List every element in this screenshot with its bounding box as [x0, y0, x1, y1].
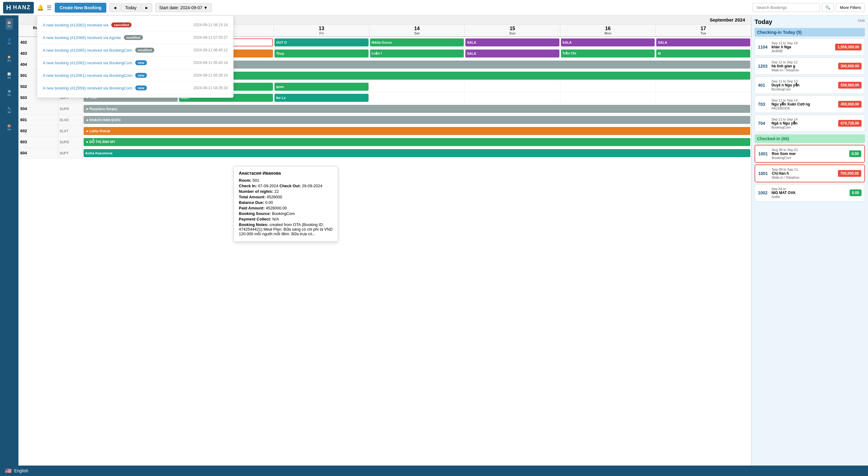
bell-icon[interactable]: 🔔 [37, 4, 44, 11]
booking-block[interactable]: quoc [275, 83, 369, 91]
sidebar-label: Re [7, 76, 11, 79]
booking-block[interactable]: ◄ Pasynkov Sergey [84, 105, 750, 113]
booking-block[interactable]: Aisha Kasumova [84, 149, 750, 157]
create-booking-button[interactable]: Create New Booking [55, 3, 106, 12]
booking-block[interactable]: OUT O [275, 38, 369, 47]
notif-item[interactable]: A new booking (#12062) received via Book… [37, 57, 233, 69]
cal-cell[interactable]: ◄ ĐỖ THỊ ÁNH MY [83, 137, 751, 147]
room-type: SUPD [58, 137, 83, 147]
cal-cell[interactable] [560, 81, 656, 92]
cal-cell[interactable]: SALA [465, 48, 560, 59]
checked-card[interactable]: 1001 Aug 30 to Sep 01 Ron Som mer Bookin… [754, 145, 865, 163]
tooltip-source: Booking Source: BookingCom [239, 211, 333, 216]
sidebar-label: Ex [8, 93, 11, 96]
cal-cell[interactable] [656, 92, 751, 103]
cal-cell[interactable]: Trần Chi [560, 48, 656, 59]
booking-block[interactable]: Trần Chi [561, 50, 655, 58]
cal-cell[interactable] [465, 92, 560, 103]
notif-link[interactable]: A new booking (#12062) received via [43, 23, 108, 27]
booking-block[interactable]: SALA [465, 38, 559, 47]
cal-cell[interactable]: Thuy [274, 48, 369, 59]
panel-hide[interactable]: hide [858, 19, 865, 23]
notif-item[interactable]: A new booking (#12061) received via Book… [37, 69, 233, 82]
booking-block[interactable]: SALA [561, 38, 655, 47]
user-icon: 👤 [8, 38, 11, 41]
day-number: 16 [561, 26, 655, 31]
notif-link[interactable]: A new booking (#12068) received via Agod… [43, 35, 121, 40]
report-icon: 📊 [7, 72, 11, 76]
cal-cell[interactable]: OUT O [274, 37, 369, 48]
notifications-dropdown: A new booking (#12062) received via canc… [37, 16, 234, 98]
booking-block[interactable]: SALA [656, 38, 750, 47]
sidebar-item-accounts[interactable]: 👤 Ac [6, 36, 13, 47]
cal-cell[interactable]: ◄ Lidiia Viskub [83, 125, 751, 136]
more-filters-button[interactable]: More Filters [836, 3, 865, 12]
booking-block[interactable]: ◄ Lidiia Viskub [84, 127, 750, 135]
tooltip-title: Анастасия Иванова [239, 171, 333, 176]
booking-block[interactable]: M [656, 50, 750, 58]
tooltip-balance: Balance Due: 0.00 [239, 200, 333, 205]
notif-link[interactable]: A new booking (#12059) received via Book… [43, 86, 132, 90]
language-label[interactable]: English [14, 468, 28, 473]
sidebar-item-bookings[interactable]: 📅 Bo [5, 19, 12, 30]
room-number: 601 [19, 114, 58, 125]
checkin-card[interactable]: 1203 Sep 11 to Sep 12 hà linh gian g Wal… [754, 58, 865, 75]
booking-block[interactable]: Thuy [275, 50, 369, 58]
search-button[interactable]: 🔍 [822, 3, 834, 12]
cal-cell[interactable] [465, 81, 560, 92]
notif-link[interactable]: A new booking (#12065) received via Book… [43, 48, 132, 53]
sidebar-item-reports[interactable]: 📊 Re [5, 70, 13, 81]
notif-time: 2024-09-11 05:45:14 [194, 61, 228, 65]
tooltip-balance-value: 0.00 [265, 200, 273, 205]
checked-card[interactable]: 1001 Sep 09 to Sep 11 Chị Han h Walk-in … [754, 165, 865, 182]
search-input[interactable] [752, 3, 820, 12]
next-button[interactable]: ► [141, 3, 152, 12]
cal-cell[interactable]: quoc [274, 81, 369, 92]
checkin-card[interactable]: 704 Sep 11 to Sep 14 Ngâ n Ngu yễn Booki… [754, 115, 865, 132]
booking-block[interactable]: ◄ ĐỖ THỊ ÁNH MY [84, 138, 750, 146]
sidebar-item-rooms[interactable]: 🏠 Ro [5, 53, 13, 64]
today-button[interactable]: Today [121, 3, 141, 12]
cal-cell[interactable]: Nikita Gurun [369, 37, 465, 48]
cal-cell[interactable]: SALA [560, 37, 656, 48]
notif-link[interactable]: A new booking (#12062) received via Book… [43, 61, 132, 65]
card-amount: 0.00 [849, 189, 862, 196]
notif-item[interactable]: A new booking (#12065) received via Book… [37, 44, 233, 57]
card-amount: 1,558,300.00 [835, 44, 862, 51]
cal-cell[interactable] [656, 81, 751, 92]
notif-item[interactable]: A new booking (#12062) received via canc… [37, 19, 233, 31]
card-room: 1203 [758, 64, 769, 68]
booking-block[interactable]: Luận I [370, 50, 464, 58]
cal-cell[interactable]: Luận I [369, 48, 465, 59]
day-name: Fri [275, 31, 369, 35]
checkin-card[interactable]: 1104 Sep 11 to Sep 18 khác h Nga AirBNB … [754, 38, 865, 56]
sidebar-item-settings[interactable]: 🔧 Se [5, 105, 12, 116]
flag-icon: 🇺🇸 [5, 467, 12, 474]
cal-cell[interactable]: Aisha Kasumova [83, 148, 751, 158]
notif-item[interactable]: A new booking (#12068) received via Agod… [37, 31, 233, 44]
cal-cell[interactable]: M [656, 48, 751, 59]
cal-cell[interactable] [369, 92, 465, 103]
sidebar-item-extras[interactable]: ⚙️ Ex [6, 87, 13, 98]
checkin-card[interactable]: 401 Sep 11 to Sep 13 Duyê n Ngu yễn Book… [754, 77, 865, 94]
date-selector[interactable]: Start date: 2024-09-07 ▼ [155, 3, 212, 12]
menu-icon[interactable]: ☰ [47, 4, 52, 11]
booking-block[interactable]: Ike Le [275, 94, 369, 102]
cal-cell[interactable]: SALA [465, 37, 560, 48]
cal-cell[interactable] [560, 92, 656, 103]
booking-block[interactable]: Nikita Gurun [370, 38, 464, 47]
checkin-card[interactable]: 703 Sep 11 to Sep 14 Ngu yễn Xuân Cươ ng… [754, 96, 865, 113]
settings-icon: 🔧 [7, 107, 11, 110]
prev-button[interactable]: ◄ [110, 3, 121, 12]
notif-item[interactable]: A new booking (#12059) received via Book… [37, 82, 233, 94]
booking-block[interactable]: SALA [465, 50, 559, 58]
notif-link[interactable]: A new booking (#12061) received via Book… [43, 73, 132, 78]
cal-cell[interactable] [369, 81, 465, 92]
cal-cell[interactable]: SALA [656, 37, 751, 48]
sidebar-item-hotel[interactable]: 🏨 Ho [5, 122, 13, 133]
cal-cell[interactable]: ◄ KHACH HAN QUOC [83, 114, 751, 125]
checked-card[interactable]: 1002 Sep 04 to NIG MAT OVA Selfie 0.00 [754, 184, 865, 201]
cal-cell[interactable]: ◄ Pasynkov Sergey [83, 103, 751, 114]
cal-cell[interactable]: Ike Le [274, 92, 369, 103]
booking-block[interactable]: ◄ KHACH HAN QUOC [84, 116, 750, 124]
